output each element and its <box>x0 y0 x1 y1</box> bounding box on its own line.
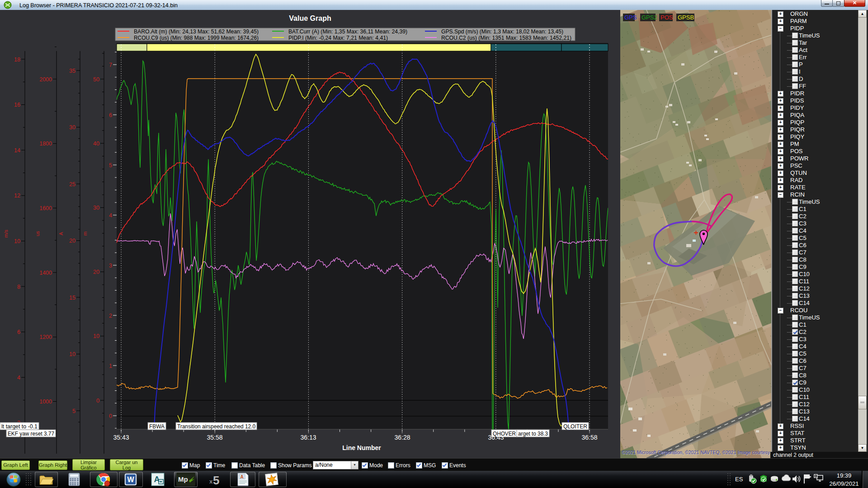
svg-text:us: us <box>35 231 40 236</box>
svg-text:30: 30 <box>93 205 99 211</box>
svg-text:1800: 1800 <box>39 141 52 147</box>
svg-text:36:28: 36:28 <box>394 434 410 441</box>
svg-text:20: 20 <box>69 238 75 244</box>
svg-text:©2021 Microsoft Corporation, ©: ©2021 Microsoft Corporation, ©2021 NAVTE… <box>622 450 772 455</box>
svg-text:x: x <box>209 478 213 485</box>
svg-text:35:43: 35:43 <box>113 434 129 441</box>
svg-text:POS: POS <box>660 14 673 21</box>
svg-text:50: 50 <box>93 76 99 83</box>
svg-text:Transition airspeed reached 12: Transition airspeed reached 12.0 <box>177 423 255 430</box>
svg-text:36:58: 36:58 <box>581 434 597 441</box>
svg-text:5: 5 <box>109 162 112 169</box>
svg-text:lt target to -0.1: lt target to -0.1 <box>1 423 38 430</box>
svg-text:10: 10 <box>14 238 20 244</box>
svg-text:A: A <box>240 474 243 479</box>
svg-text:30: 30 <box>69 124 75 131</box>
svg-text:BAT.Curr (A) (Min: 1,35 Max: 3: BAT.Curr (A) (Min: 1,35 Max: 36,11 Mean:… <box>288 28 407 35</box>
svg-text:4: 4 <box>17 375 20 381</box>
svg-text:GPS: GPS <box>624 14 637 21</box>
svg-text:RCOU.C9 (us) (Min: 988 Max: 19: RCOU.C9 (us) (Min: 988 Max: 1999 Mean: 1… <box>134 35 259 41</box>
svg-text:QLOITER: QLOITER <box>563 423 587 430</box>
svg-text:0: 0 <box>96 398 99 404</box>
svg-text:15: 15 <box>69 295 75 301</box>
svg-text:36:13: 36:13 <box>300 434 316 441</box>
svg-text:7: 7 <box>109 62 112 68</box>
svg-text:Line Number: Line Number <box>342 444 381 451</box>
svg-text:1400: 1400 <box>39 270 52 276</box>
svg-text:40: 40 <box>93 141 99 147</box>
svg-text:EKF yaw reset 3.77: EKF yaw reset 3.77 <box>8 431 54 437</box>
svg-text:1: 1 <box>109 363 112 369</box>
svg-text:2000: 2000 <box>39 76 52 83</box>
svg-text:2: 2 <box>109 313 112 319</box>
svg-text:35:58: 35:58 <box>207 434 222 441</box>
svg-text:16: 16 <box>14 102 20 108</box>
svg-text:1000: 1000 <box>39 399 52 405</box>
svg-text:0: 0 <box>109 413 112 419</box>
svg-text:1200: 1200 <box>39 334 52 340</box>
svg-text:GPS.Spd (m/s) (Min: 1,3 Max: 1: GPS.Spd (m/s) (Min: 1,3 Max: 18,02 Mean:… <box>441 28 563 35</box>
svg-text:Mp: Mp <box>178 475 188 483</box>
svg-text:m/s: m/s <box>3 230 9 238</box>
svg-text:QHOVER: QHOVER <box>493 431 516 437</box>
svg-text:3: 3 <box>109 263 112 269</box>
svg-text:6: 6 <box>17 329 20 335</box>
svg-text:RCOU.C2 (us) (Min: 1351 Max: 1: RCOU.C2 (us) (Min: 1351 Max: 1583 Mean: … <box>441 35 571 41</box>
svg-text:8: 8 <box>17 284 20 290</box>
svg-text:35: 35 <box>69 68 75 74</box>
svg-text:25: 25 <box>69 181 75 188</box>
svg-text:m: m <box>82 231 88 235</box>
svg-text:5: 5 <box>72 408 75 414</box>
svg-text:FBWA: FBWA <box>149 423 165 430</box>
svg-text:20: 20 <box>93 269 99 275</box>
svg-text:4: 4 <box>109 212 112 219</box>
svg-text:arget to 38.3: arget to 38.3 <box>518 431 548 437</box>
svg-text:14: 14 <box>14 147 20 154</box>
svg-text:W: W <box>127 476 134 483</box>
svg-text:PIDP.I (Min: -0,24 Max: 7,21 M: PIDP.I (Min: -0,24 Max: 7,21 Mean: 4,41) <box>288 35 388 41</box>
svg-text:10: 10 <box>93 333 99 339</box>
svg-text:GPS2: GPS2 <box>642 14 657 21</box>
svg-text:1600: 1600 <box>39 205 52 211</box>
svg-text:Value Graph: Value Graph <box>289 14 331 22</box>
svg-text:18: 18 <box>14 56 20 63</box>
svg-text:A: A <box>58 232 64 235</box>
svg-text:12: 12 <box>14 192 20 199</box>
svg-text:6: 6 <box>109 112 112 118</box>
svg-text:GPSB: GPSB <box>678 14 694 21</box>
svg-text:5: 5 <box>213 474 219 486</box>
svg-text:10: 10 <box>69 351 75 357</box>
svg-text:BARO.Alt (m) (Min: 24,13 Max:: BARO.Alt (m) (Min: 24,13 Max: 51,62 Mean… <box>134 28 259 35</box>
